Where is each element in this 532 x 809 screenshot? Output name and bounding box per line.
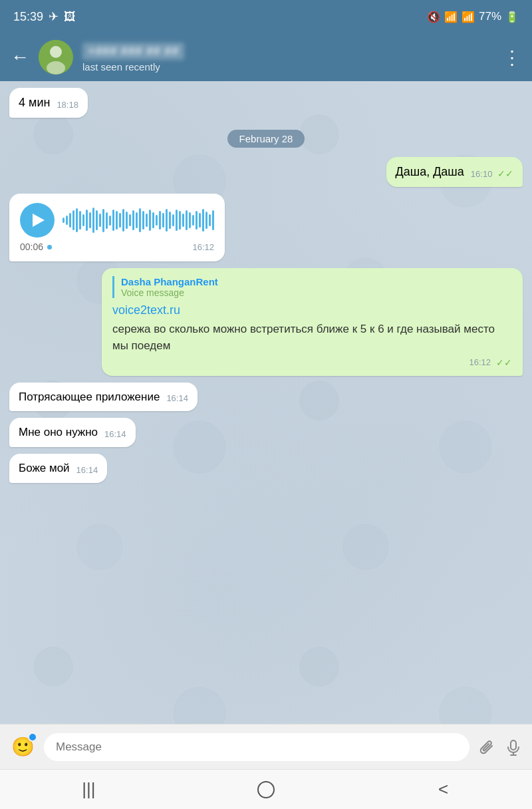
waveform-bar <box>202 209 204 232</box>
message-row: Потрясающее приложение 16:14 <box>9 383 523 412</box>
waveform-bar <box>205 212 207 229</box>
incoming-bubble: Потрясающее приложение 16:14 <box>9 383 198 412</box>
battery-display: 77% <box>479 10 501 23</box>
status-left: 15:39 ✈ 🖼 <box>13 9 76 24</box>
waveform-bar <box>166 209 168 232</box>
waveform-bar <box>126 212 128 229</box>
waveform-bar <box>156 215 158 226</box>
audio-waveform <box>63 208 214 232</box>
quote-bar: Dasha PhanganRent Voice message <box>112 276 512 298</box>
waveform-bar <box>146 214 148 227</box>
attach-button[interactable] <box>477 738 496 756</box>
waveform-bar <box>76 208 78 232</box>
waveform-bar <box>122 209 124 232</box>
waveform-bar <box>63 218 65 223</box>
waveform-bar <box>119 213 121 228</box>
transcription-message-row: Dasha PhanganRent Voice message voice2te… <box>9 268 523 375</box>
message-row: Даша, Даша 16:10 ✓✓ <box>9 157 523 187</box>
avatar-image <box>39 40 73 75</box>
home-button[interactable] <box>246 776 286 803</box>
message-text-row: Потрясающее приложение 16:14 <box>19 389 188 405</box>
play-button[interactable] <box>20 203 55 238</box>
navigation-bar: ||| < <box>0 769 532 809</box>
message-text-row: Боже мой 16:14 <box>19 460 98 476</box>
play-icon <box>33 214 45 227</box>
microphone-button[interactable] <box>504 738 523 756</box>
message-text: Мне оно нужно <box>19 424 98 440</box>
message-text: Даша, Даша <box>396 164 464 180</box>
message-row: 4 мин 18:18 <box>9 88 523 118</box>
contact-info: +### ### ## ## last seen recently <box>82 43 493 73</box>
waveform-bar <box>192 215 194 226</box>
incoming-bubble: 4 мин 18:18 <box>9 88 88 118</box>
battery-icon: 🔋 <box>505 11 519 23</box>
voice-bubble: 00:06 16:12 <box>9 194 225 261</box>
message-row: Боже мой 16:14 <box>9 454 523 483</box>
quoted-sender-name: Dasha PhanganRent <box>121 276 512 287</box>
status-right: 🔇 📶 📶 77% 🔋 <box>427 10 519 23</box>
waveform-bar <box>112 210 114 231</box>
message-time: 16:14 <box>104 428 126 440</box>
waveform-bar <box>96 210 98 230</box>
incoming-bubble: Мне оно нужно 16:14 <box>9 418 136 447</box>
signal-icon: 📶 <box>462 11 475 23</box>
emoji-button[interactable]: 🙂 <box>9 734 36 760</box>
more-options-button[interactable]: ⋮ <box>503 47 521 69</box>
message-text-row: Даша, Даша 16:10 ✓✓ <box>396 164 513 180</box>
quoted-message-type: Voice message <box>121 287 512 298</box>
message-text: Потрясающее приложение <box>19 389 160 405</box>
waveform-bar <box>212 210 214 230</box>
recent-apps-button[interactable]: ||| <box>68 776 108 803</box>
waveform-bar <box>92 208 94 233</box>
waveform-bar <box>69 213 71 228</box>
contact-name[interactable]: +### ### ## ## <box>82 43 184 60</box>
waveform-bar <box>106 212 108 229</box>
waveform-bar <box>66 216 68 225</box>
message-text-row: Мне оно нужно 16:14 <box>19 424 126 440</box>
waveform-bar <box>109 216 111 226</box>
waveform-bar <box>186 210 188 230</box>
waveform-bar <box>152 212 154 228</box>
time-display: 15:39 <box>13 10 43 24</box>
contact-avatar[interactable] <box>39 40 73 75</box>
message-row: Мне оно нужно 16:14 <box>9 418 523 447</box>
message-text-row: 4 мин 18:18 <box>19 94 78 111</box>
waveform-bar <box>99 214 101 227</box>
voice-message-row: 00:06 16:12 <box>9 194 523 261</box>
waveform-bar <box>162 213 164 228</box>
svg-point-2 <box>47 61 65 75</box>
message-text: Боже мой <box>19 460 70 476</box>
waveform-bar <box>82 214 84 226</box>
waveform-bar <box>149 210 151 231</box>
message-time: 16:10 ✓✓ <box>471 168 513 181</box>
voice2text-link[interactable]: voice2text.ru <box>112 303 512 317</box>
contact-status: last seen recently <box>82 61 493 73</box>
emoji-notification-badge <box>28 732 37 742</box>
voice-controls <box>20 203 214 238</box>
waveform-bar <box>89 212 91 228</box>
message-input[interactable] <box>44 733 469 761</box>
message-time: 16:14 <box>76 464 98 476</box>
voice-dot <box>47 245 52 249</box>
waveform-bar <box>172 214 174 226</box>
message-time: 16:14 <box>166 393 188 404</box>
send-icon: ✈ <box>49 9 59 24</box>
back-button[interactable]: ← <box>11 47 29 68</box>
svg-point-6 <box>258 782 274 798</box>
message-text: 4 мин <box>19 94 50 111</box>
gallery-icon: 🖼 <box>64 10 76 24</box>
voice-time: 16:12 <box>192 242 214 252</box>
outgoing-bubble: Даша, Даша 16:10 ✓✓ <box>386 157 523 187</box>
back-nav-button[interactable]: < <box>424 776 464 803</box>
read-receipts: ✓✓ <box>497 168 513 179</box>
waveform-bar <box>182 214 184 227</box>
waveform-bar <box>136 212 138 228</box>
waveform-bar <box>72 210 74 230</box>
chat-body: 4 мин 18:18 February 28 Даша, Даша 16:10… <box>0 81 532 724</box>
date-label: February 28 <box>227 130 305 148</box>
svg-rect-3 <box>511 740 516 750</box>
message-time: 16:12 <box>469 357 491 367</box>
waveform-bar <box>142 211 144 230</box>
waveform-bar <box>189 212 191 228</box>
waveform-bar <box>86 210 88 231</box>
